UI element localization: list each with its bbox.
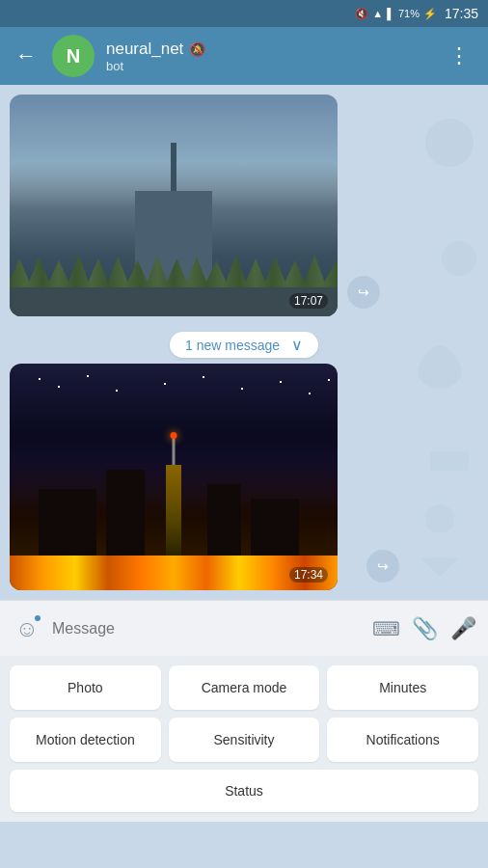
keyboard-icon: ⌨ — [372, 617, 400, 640]
message-image-2: 17:34 — [10, 364, 338, 590]
img-stars — [39, 378, 41, 380]
chat-header: ← N neural_net 🔕 bot ⋮ — [0, 27, 488, 85]
forward-icon-2: ↪ — [377, 558, 389, 574]
message-input-area: ☺ ⌨ 📎 🎤 — [0, 600, 488, 656]
img-building-2 — [106, 470, 145, 556]
img-spire — [173, 438, 176, 465]
image-spire — [171, 143, 176, 191]
motion-detection-button[interactable]: Motion detection — [10, 718, 161, 762]
img-building-3 — [251, 499, 299, 556]
image-road — [10, 287, 338, 316]
muted-icon: 🔕 — [189, 41, 205, 57]
battery-level: 71% — [398, 8, 420, 19]
img-road-lights — [10, 556, 338, 590]
bot-buttons-row-2: Motion detection Sensitivity Notificatio… — [10, 718, 478, 762]
forward-icon-1: ↪ — [358, 285, 369, 300]
microphone-icon: 🎤 — [450, 616, 476, 641]
forward-button-1[interactable]: ↪ — [347, 276, 380, 309]
chat-area: 17:07 ↪ 1 new message ∨ — [0, 85, 488, 600]
message-2: 17:34 ↪ — [10, 364, 357, 590]
img-building-1 — [39, 489, 96, 556]
message-2-container: 17:34 ↪ — [0, 364, 488, 590]
new-message-banner: 1 new message ∨ — [170, 332, 318, 358]
img-tower — [166, 465, 181, 556]
chat-name: neural_net 🔕 — [106, 40, 431, 59]
chat-subtitle: bot — [106, 59, 431, 73]
new-message-text: 1 new message — [185, 338, 280, 353]
messages-list: 17:07 ↪ — [0, 85, 488, 326]
img-star — [171, 432, 177, 439]
bot-buttons-area: Photo Camera mode Minutes Motion detecti… — [0, 656, 488, 822]
back-button[interactable]: ← — [12, 40, 41, 72]
forward-button-2[interactable]: ↪ — [366, 550, 399, 583]
status-time: 17:35 — [445, 6, 478, 21]
header-info: neural_net 🔕 bot — [106, 40, 431, 73]
attach-button[interactable]: 📎 — [409, 613, 440, 644]
emoji-button[interactable]: ☺ — [10, 611, 44, 646]
minutes-button[interactable]: Minutes — [327, 665, 478, 710]
photo-button[interactable]: Photo — [10, 665, 161, 710]
message-image-1: 17:07 — [10, 95, 338, 316]
camera-mode-button[interactable]: Camera mode — [169, 665, 320, 710]
paperclip-icon: 📎 — [412, 616, 438, 641]
bot-buttons-row-3: Status — [10, 770, 478, 812]
bot-buttons-row-1: Photo Camera mode Minutes — [10, 665, 478, 710]
new-message-divider[interactable]: 1 new message ∨ — [0, 326, 488, 364]
bluetooth-icon: 🔇 — [355, 8, 368, 20]
more-options-button[interactable]: ⋮ — [443, 40, 476, 72]
message-time-2: 17:34 — [289, 567, 328, 583]
status-bar: 🔇 ▲ ▌ 71% ⚡ 17:35 — [0, 0, 488, 27]
emoji-badge — [33, 613, 42, 623]
signal-icon: ▌ — [387, 8, 394, 19]
img-building-4 — [207, 484, 241, 556]
message-1: 17:07 ↪ — [10, 95, 338, 316]
wifi-icon: ▲ — [372, 8, 383, 19]
sensitivity-button[interactable]: Sensitivity — [169, 718, 320, 762]
status-button[interactable]: Status — [10, 770, 478, 812]
microphone-button[interactable]: 🎤 — [447, 613, 478, 644]
battery-icon: ⚡ — [423, 8, 437, 20]
message-time-1: 17:07 — [289, 293, 328, 309]
message-input[interactable] — [52, 610, 363, 647]
chevron-down-icon: ∨ — [291, 336, 303, 354]
avatar: N — [52, 35, 95, 77]
status-icons: 🔇 ▲ ▌ 71% ⚡ 17:35 — [355, 6, 478, 21]
notifications-button[interactable]: Notifications — [327, 718, 478, 762]
keyboard-button[interactable]: ⌨ — [370, 613, 401, 644]
